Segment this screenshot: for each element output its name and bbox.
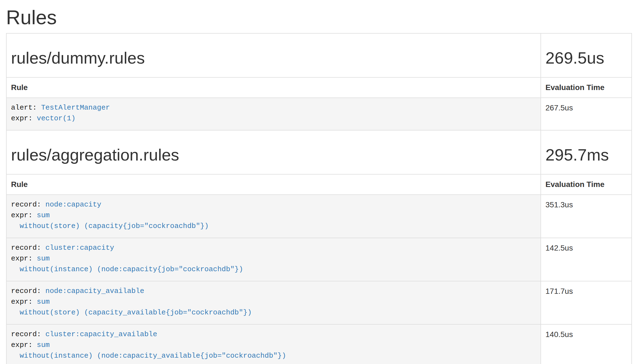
rule-code-line: record:cluster:capacity: [11, 243, 536, 253]
rule-code-block: record:node:capacity_available expr:sum …: [11, 286, 536, 318]
rule-group-header-row: rules/aggregation.rules 295.7ms: [6, 130, 632, 174]
rule-expr-link[interactable]: sum without(store) (capacity_available{j…: [11, 298, 252, 317]
rule-group-file-cell: rules/aggregation.rules: [6, 130, 541, 174]
rule-code-line: record:node:capacity: [11, 199, 536, 210]
rule-column-header: Rule: [6, 77, 541, 98]
rule-code-line: expr:sum without(instance) (node:capacit…: [11, 253, 536, 275]
rule-code-line: expr:sum without(store) (capacity{job="c…: [11, 210, 536, 232]
rule-row: record:cluster:capacity_available expr:s…: [6, 324, 632, 364]
rule-expr-link[interactable]: sum without(store) (capacity{job="cockro…: [11, 211, 209, 230]
rule-key-label: expr:: [11, 298, 37, 306]
page-title: Rules: [6, 7, 632, 28]
rule-code-line: record:cluster:capacity_available: [11, 329, 536, 340]
column-header-row: Rule Evaluation Time: [6, 77, 632, 98]
rule-group-total-eval-time: 295.7ms: [545, 146, 627, 164]
rule-group-file-cell: rules/dummy.rules: [6, 33, 541, 77]
rule-definition-cell: record:node:capacity expr:sum without(st…: [6, 195, 541, 238]
rule-column-header: Rule: [6, 174, 541, 195]
rule-expr-link[interactable]: sum without(instance) (node:capacity_ava…: [11, 341, 286, 360]
rule-group-file-name: rules/aggregation.rules: [11, 146, 536, 164]
rule-code-line: record:node:capacity_available: [11, 286, 536, 297]
rule-eval-time: 140.5us: [541, 324, 632, 364]
rule-eval-time: 267.5us: [541, 98, 632, 130]
rule-eval-time: 142.5us: [541, 238, 632, 281]
evaluation-time-column-header: Evaluation Time: [541, 174, 632, 195]
rule-code-block: record:cluster:capacity expr:sum without…: [11, 243, 536, 275]
rule-group-total-time-cell: 295.7ms: [541, 130, 632, 174]
rule-name-link[interactable]: TestAlertManager: [41, 104, 110, 112]
rule-row: record:cluster:capacity expr:sum without…: [6, 238, 632, 281]
rule-group-total-eval-time: 269.5us: [545, 49, 627, 67]
evaluation-time-column-header: Evaluation Time: [541, 77, 632, 98]
rule-group-total-time-cell: 269.5us: [541, 33, 632, 77]
rule-definition-cell: record:node:capacity_available expr:sum …: [6, 281, 541, 324]
rule-code-line: alert:TestAlertManager: [11, 102, 536, 113]
rule-code-block: alert:TestAlertManager expr:vector(1): [11, 102, 536, 124]
rule-eval-time: 171.7us: [541, 281, 632, 324]
rule-key-label: expr:: [11, 211, 37, 219]
rule-key-label: expr:: [11, 254, 37, 263]
rule-expr-link[interactable]: vector(1): [37, 114, 75, 123]
rule-row: record:node:capacity_available expr:sum …: [6, 281, 632, 324]
rule-code-line: expr:sum without(instance) (node:capacit…: [11, 340, 536, 361]
rules-table: rules/dummy.rules 269.5us Rule Evaluatio…: [6, 33, 632, 364]
rule-definition-cell: record:cluster:capacity_available expr:s…: [6, 324, 541, 364]
rule-eval-time: 351.3us: [541, 195, 632, 238]
column-header-row: Rule Evaluation Time: [6, 174, 632, 195]
rule-key-label: record:: [11, 287, 45, 295]
rule-expr-link[interactable]: sum without(instance) (node:capacity{job…: [11, 254, 243, 273]
rule-code-block: record:cluster:capacity_available expr:s…: [11, 329, 536, 361]
rule-row: alert:TestAlertManager expr:vector(1) 26…: [6, 98, 632, 130]
rule-key-label: record:: [11, 200, 45, 209]
rule-key-label: record:: [11, 330, 45, 338]
rule-definition-cell: record:cluster:capacity expr:sum without…: [6, 238, 541, 281]
rule-name-link[interactable]: node:capacity: [45, 200, 101, 209]
rule-group-file-name: rules/dummy.rules: [11, 49, 536, 67]
rule-code-line: expr:sum without(store) (capacity_availa…: [11, 297, 536, 318]
rule-code-block: record:node:capacity expr:sum without(st…: [11, 199, 536, 232]
rule-key-label: record:: [11, 244, 45, 252]
rule-name-link[interactable]: cluster:capacity_available: [45, 330, 157, 338]
rule-name-link[interactable]: cluster:capacity: [45, 244, 114, 252]
rule-definition-cell: alert:TestAlertManager expr:vector(1): [6, 98, 541, 130]
rule-code-line: expr:vector(1): [11, 113, 536, 124]
rule-group-header-row: rules/dummy.rules 269.5us: [6, 33, 632, 77]
rule-key-label: alert:: [11, 104, 41, 112]
rule-key-label: expr:: [11, 114, 37, 123]
rule-key-label: expr:: [11, 341, 37, 349]
rules-page: Rules rules/dummy.rules 269.5us Rule Eva…: [0, 7, 638, 364]
rule-name-link[interactable]: node:capacity_available: [45, 287, 144, 295]
rule-row: record:node:capacity expr:sum without(st…: [6, 195, 632, 238]
